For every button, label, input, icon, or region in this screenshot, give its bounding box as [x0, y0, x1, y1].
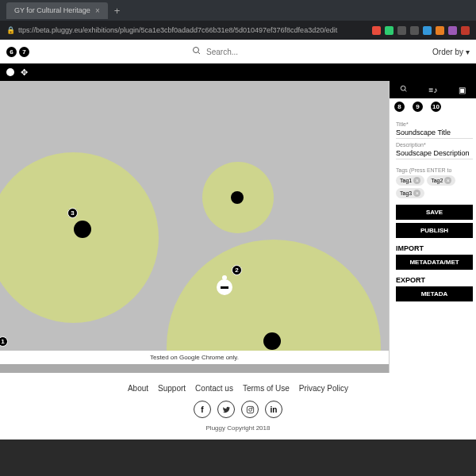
publish-button[interactable]: PUBLISH [396, 223, 473, 238]
url-text: ttps://beta.pluggy.eu/exhibitions/plugin… [18, 26, 372, 34]
callout-badge-7: 7 [19, 47, 29, 57]
order-by-dropdown[interactable]: Order by ▾ [432, 48, 470, 56]
export-metadata-button[interactable]: METADA [396, 286, 473, 301]
svg-point-6 [251, 407, 252, 408]
canvas-wrap: 3 2 1 Tested on Google Chrome only. [0, 81, 389, 373]
remove-tag-icon[interactable]: × [413, 190, 420, 197]
editor-toolbar: ✥ [0, 63, 476, 81]
soundscape-canvas[interactable]: 3 2 1 [0, 81, 389, 351]
footer-link-contact[interactable]: Contact us [195, 384, 233, 393]
twitter-icon[interactable] [217, 401, 235, 418]
sound-source-2[interactable] [263, 332, 281, 350]
browser-tab[interactable]: GY for Cultural Heritage × [6, 2, 108, 19]
footer-link-about[interactable]: About [128, 384, 148, 393]
desc-input[interactable]: Soudscape Description [396, 148, 473, 159]
search-icon[interactable] [192, 46, 202, 57]
ext-icon[interactable] [461, 26, 470, 35]
chevron-down-icon: ▾ [466, 48, 470, 56]
tags-container[interactable]: Tag1× Tag2× Tag3× [396, 175, 473, 198]
search-icon[interactable] [400, 85, 408, 94]
main-area: 3 2 1 Tested on Google Chrome only. ≡♪ ▣… [0, 81, 476, 373]
playlist-icon[interactable]: ≡♪ [429, 86, 438, 94]
linkedin-icon[interactable]: in [265, 401, 282, 418]
ext-icon[interactable] [372, 26, 381, 35]
url-bar[interactable]: 🔒 ttps://beta.pluggy.eu/exhibitions/plug… [0, 21, 476, 40]
panel-toolbar: ≡♪ ▣ [390, 81, 476, 98]
ext-icon[interactable] [436, 26, 444, 35]
tool-circle[interactable] [6, 68, 14, 76]
callout-badge-6: 6 [6, 47, 17, 57]
footer-links: About Support Contact us Terms of Use Pr… [0, 384, 476, 393]
header-bar: 6 7 Order by ▾ [0, 40, 476, 63]
footer: About Support Contact us Terms of Use Pr… [0, 373, 476, 440]
close-icon[interactable]: × [95, 6, 100, 15]
listener[interactable] [217, 279, 232, 295]
import-label: IMPORT [396, 244, 473, 252]
image-icon[interactable]: ▣ [459, 86, 466, 94]
save-button[interactable]: SAVE [396, 205, 473, 220]
ext-icon[interactable] [423, 26, 432, 35]
social-icons: f in [0, 401, 476, 418]
title-label: Title* [396, 121, 473, 127]
remove-tag-icon[interactable]: × [444, 177, 451, 184]
copyright: Pluggy Copyright 2018 [0, 424, 476, 432]
callout-badge-8: 8 [394, 102, 405, 112]
svg-point-0 [194, 48, 199, 53]
tab-title: GY for Cultural Heritage [14, 6, 90, 14]
footer-link-support[interactable]: Support [158, 384, 186, 393]
footer-link-terms[interactable]: Terms of Use [243, 384, 290, 393]
callout-badge-3: 3 [67, 208, 78, 218]
callout-badge-1: 1 [0, 336, 8, 347]
footer-link-privacy[interactable]: Privacy Policy [299, 384, 348, 393]
desc-label: Description* [396, 142, 473, 148]
lock-icon: 🔒 [6, 26, 15, 34]
properties-panel: ≡♪ ▣ 8 9 10 Title* Soundscape Title Desc… [389, 81, 476, 373]
export-label: EXPORT [396, 276, 473, 284]
ext-icon[interactable] [397, 26, 406, 35]
search-input[interactable] [206, 48, 270, 56]
callout-badge-10: 10 [431, 102, 441, 112]
callout-badge-2: 2 [232, 265, 242, 275]
new-tab-button[interactable]: + [114, 5, 121, 17]
extension-icons [372, 26, 470, 35]
sound-source-small[interactable] [231, 191, 244, 204]
svg-point-5 [248, 408, 251, 411]
ext-icon[interactable] [385, 26, 393, 35]
tags-label: Tags (Press ENTER to [396, 167, 473, 173]
title-input[interactable]: Soundscape Title [396, 127, 473, 139]
svg-line-3 [405, 90, 406, 91]
instagram-icon[interactable] [241, 401, 259, 418]
ext-icon[interactable] [410, 26, 419, 35]
callout-badge-9: 9 [413, 102, 423, 112]
tool-move-icon[interactable]: ✥ [21, 67, 28, 78]
tag-chip[interactable]: Tag2× [427, 175, 455, 186]
remove-tag-icon[interactable]: × [413, 177, 420, 184]
facebook-icon[interactable]: f [194, 401, 211, 418]
svg-line-1 [198, 52, 201, 55]
svg-point-2 [401, 86, 405, 90]
import-metadata-button[interactable]: METADATA/MET [396, 255, 473, 270]
order-by-label: Order by [432, 48, 463, 56]
ext-icon[interactable] [448, 26, 457, 35]
tag-chip[interactable]: Tag1× [396, 175, 424, 186]
sound-source-3[interactable] [74, 221, 91, 238]
browser-tab-bar: GY for Cultural Heritage × + [0, 0, 476, 21]
tag-chip[interactable]: Tag3× [396, 188, 424, 198]
canvas-note: Tested on Google Chrome only. [0, 351, 389, 364]
